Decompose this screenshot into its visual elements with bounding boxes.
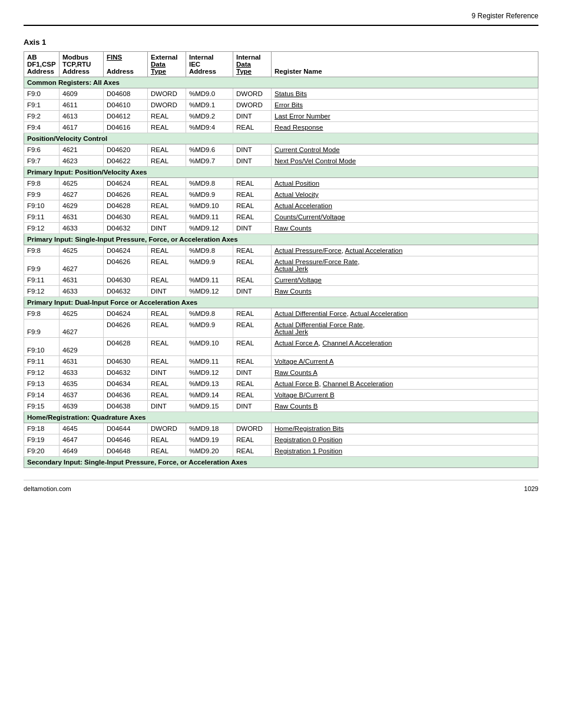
table-cell: REAL: [233, 245, 272, 256]
table-cell: %MD9.13: [186, 378, 233, 390]
table-cell-regname: Actual Differential Force, Actual Accele…: [272, 308, 538, 319]
table-cell-ab: F9:11: [24, 212, 59, 223]
table-row: F9:74623D04622REAL%MD9.7DINTNext Pos/Vel…: [24, 156, 538, 167]
table-cell-modbus: 4629: [59, 200, 104, 212]
table-row: F9:204649D04648REAL%MD9.20REALRegistrati…: [24, 446, 538, 457]
table-cell-regname: Next Pos/Vel Control Mode: [272, 156, 538, 167]
table-cell-ab: F9:8: [24, 245, 59, 256]
table-cell-ab: F9:15: [24, 401, 59, 412]
table-cell-modbus: 4617: [59, 122, 104, 133]
table-cell: D04636: [104, 390, 148, 401]
table-cell: D04632: [104, 367, 148, 378]
table-cell-ab: F9:14: [24, 390, 59, 401]
table-cell: %MD9.2: [186, 111, 233, 122]
table-cell: %MD9.9: [186, 256, 233, 275]
table-row: F9:114631D04630REAL%MD9.11REALVoltage A/…: [24, 356, 538, 367]
table-cell-modbus: 4633: [59, 223, 104, 234]
table-cell-regname: Raw Counts A: [272, 367, 538, 378]
table-cell-regname: Voltage B/Current B: [272, 390, 538, 401]
table-cell: D04632: [104, 223, 148, 234]
table-cell: Actual Force A, Channel A Acceleration: [272, 338, 538, 356]
table-cell-ab: F9:10: [24, 200, 59, 212]
table-cell: REAL: [233, 434, 272, 446]
table-cell: REAL: [148, 275, 186, 286]
group-header-cell: Primary Input: Position/Velocity Axes: [24, 167, 538, 178]
col-header-ab: AB DF1,CSP Address: [24, 52, 59, 77]
table-cell: 4627: [59, 319, 104, 338]
table-cell-regname: Voltage A/Current A: [272, 356, 538, 367]
table-cell: D04616: [104, 122, 148, 133]
table-cell: %MD9.18: [186, 423, 233, 434]
table-cell: REAL: [148, 338, 186, 356]
col-header-regname: Register Name: [272, 52, 538, 77]
table-cell: D04630: [104, 356, 148, 367]
table-cell-regname: Counts/Current/Voltage: [272, 212, 538, 223]
table-cell-regname: Current Control Mode: [272, 144, 538, 156]
table-cell-modbus: 4621: [59, 144, 104, 156]
table-cell: %MD9.1: [186, 100, 233, 111]
table-row: F9:64621D04620REAL%MD9.6DINTCurrent Cont…: [24, 144, 538, 156]
col-header-fins: FINS Address: [104, 52, 148, 77]
table-cell: REAL: [233, 378, 272, 390]
table-cell: REAL: [148, 308, 186, 319]
table-cell-modbus: 4639: [59, 401, 104, 412]
group-header-cell: Common Registers: All Axes: [24, 77, 538, 88]
table-cell: DINT: [233, 156, 272, 167]
group-header-row: Primary Input: Dual-Input Force or Accel…: [24, 297, 538, 308]
table-cell: D04634: [104, 378, 148, 390]
table-cell: REAL: [148, 378, 186, 390]
table-cell-modbus: 4635: [59, 378, 104, 390]
table-cell-ab: F9:13: [24, 378, 59, 390]
table-cell: REAL: [148, 212, 186, 223]
table-cell: REAL: [148, 245, 186, 256]
table-cell-regname: Last Error Number: [272, 111, 538, 122]
table-cell-modbus: 4631: [59, 356, 104, 367]
table-cell: %MD9.0: [186, 88, 233, 100]
table-cell: 4627: [59, 256, 104, 275]
table-cell: Actual Pressure/Force Rate, Actual Jerk: [272, 256, 538, 275]
table-cell: F9:9: [24, 319, 59, 338]
table-cell: D04608: [104, 88, 148, 100]
table-row: F9:44617D04616REAL%MD9:4REALRead Respons…: [24, 122, 538, 133]
table-row: F9:94627D04626REAL%MD9.9REALActual Diffe…: [24, 319, 538, 338]
table-cell-regname: Actual Velocity: [272, 189, 538, 200]
table-cell-ab: F9:7: [24, 156, 59, 167]
table-cell-ab: F9:12: [24, 286, 59, 297]
table-cell-modbus: 4613: [59, 111, 104, 122]
table-cell-ab: F9:9: [24, 189, 59, 200]
table-cell-ab: F9:12: [24, 223, 59, 234]
table-row: F9:94627D04626REAL%MD9.9REALActual Press…: [24, 256, 538, 275]
table-cell-regname: Actual Position: [272, 178, 538, 189]
table-cell-ab: F9:6: [24, 144, 59, 156]
group-header-cell: Home/Registration: Quadrature Axes: [24, 412, 538, 423]
group-header-row: Primary Input: Single-Input Pressure, Fo…: [24, 234, 538, 245]
table-row: F9:94627D04626REAL%MD9.9REALActual Veloc…: [24, 189, 538, 200]
table-cell: DINT: [148, 367, 186, 378]
table-cell: REAL: [148, 200, 186, 212]
footer: deltamotion.com 1029: [24, 480, 538, 492]
col-header-extdata: External Data Type: [148, 52, 186, 77]
table-cell: REAL: [148, 390, 186, 401]
table-row: F9:144637D04636REAL%MD9.14REALVoltage B/…: [24, 390, 538, 401]
table-cell: REAL: [148, 356, 186, 367]
table-cell: D04626: [104, 319, 148, 338]
table-cell: REAL: [233, 178, 272, 189]
table-cell-ab: F9:18: [24, 423, 59, 434]
table-row: F9:154639D04638DINT%MD9.15DINTRaw Counts…: [24, 401, 538, 412]
table-row: F9:04609D04608DWORD%MD9.0DWORDStatus Bit…: [24, 88, 538, 100]
footer-left: deltamotion.com: [24, 485, 71, 492]
table-cell: DWORD: [233, 100, 272, 111]
table-cell: DINT: [148, 223, 186, 234]
table-cell: %MD9.20: [186, 446, 233, 457]
table-cell: REAL: [148, 446, 186, 457]
table-cell: REAL: [148, 434, 186, 446]
table-cell: DWORD: [148, 88, 186, 100]
table-row: F9:124633D04632DINT%MD9.12DINTRaw Counts: [24, 286, 538, 297]
table-cell: REAL: [148, 144, 186, 156]
footer-right: 1029: [524, 485, 538, 492]
table-cell-regname: Current/Voltage: [272, 275, 538, 286]
table-cell-ab: F9:19: [24, 434, 59, 446]
table-cell: %MD9.11: [186, 356, 233, 367]
table-cell: F9:9: [24, 256, 59, 275]
section-title: Axis 1: [24, 38, 538, 47]
